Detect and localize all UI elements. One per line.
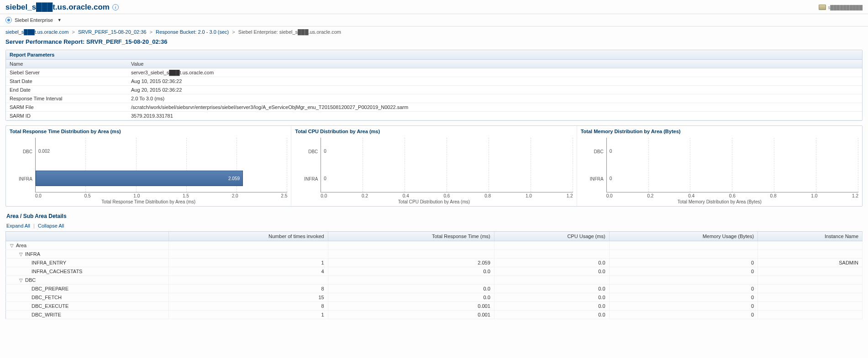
table-row: SARM File /scratch/work/siebel/siebsrvr/…	[6, 103, 862, 112]
chart-xlabel: Total CPU Distribution by Area (ms)	[295, 199, 573, 204]
chart-ylabel: DBC	[581, 149, 604, 154]
cell-instance	[758, 293, 863, 302]
tree-leaf: DBC_EXECUTE	[6, 302, 169, 311]
cell-invoked: 8	[169, 302, 328, 311]
table-row: Start Date Aug 10, 2015 02:36:22	[6, 77, 862, 86]
chart-ylabel: INFRA	[10, 176, 32, 182]
chart-title: Total Response Time Distribution by Area…	[10, 129, 287, 134]
report-title: Server Performance Report: SRVR_PERF_15-…	[0, 37, 868, 48]
params-col-value: Value	[127, 60, 862, 68]
chevron-down-icon[interactable]: ▼	[58, 18, 62, 22]
cell-resp: 0.001	[328, 311, 494, 319]
param-value: 3579.2019.331781	[127, 112, 862, 120]
chart-xtick: 0.2	[647, 193, 653, 198]
cell-resp: 0.001	[328, 302, 494, 311]
chart-xlabel: Total Memory Distribution by Area (Bytes…	[581, 199, 858, 204]
cell	[758, 241, 863, 250]
cell	[758, 250, 863, 259]
enterprise-label[interactable]: Siebel Enterprise	[15, 17, 53, 23]
param-name: Response Time Interval	[6, 94, 127, 103]
table-row: Siebel Server server3_siebel_s███t.us.or…	[6, 68, 862, 77]
cell-resp: 0.0	[328, 267, 494, 276]
chart-xtick: 0.4	[403, 193, 409, 198]
cell	[169, 250, 328, 259]
table-row: Response Time Interval 2.0 To 3.0 (ms)	[6, 94, 862, 103]
cell-cpu: 0.0	[494, 293, 609, 302]
chart-xtick: 0.0	[35, 193, 42, 198]
breadcrumb-item-0[interactable]: siebel_s███t.us.oracle.com	[5, 29, 68, 35]
tree-toggle-icon[interactable]: ▽	[10, 243, 14, 248]
info-icon[interactable]: i	[112, 4, 119, 10]
cell-resp: 0.0	[328, 293, 494, 302]
chart-xtick: 0.2	[362, 193, 368, 198]
chart-xtick: 0.4	[688, 193, 694, 198]
chart-title: Total CPU Distribution by Area (ms)	[295, 129, 573, 134]
chart-bar-label: 0	[324, 176, 326, 181]
chart-xtick: 0.6	[729, 193, 736, 198]
table-row: INFRA_CACHESTATS40.00.00	[6, 267, 863, 276]
param-name: Siebel Server	[6, 68, 127, 77]
page-title: siebel_s███t.us.oracle.com i	[5, 3, 119, 12]
breadcrumb-item-3: Siebel Enterprise: siebel_s███.us.oracle…	[238, 29, 341, 35]
chart-xtick: 1.2	[567, 193, 573, 198]
table-row: DBC_PREPARE80.00.00	[6, 285, 863, 293]
chart-xtick: 1.5	[183, 193, 189, 198]
tree-toggle-icon[interactable]: ▽	[19, 252, 23, 257]
cell-mem: 0	[609, 311, 758, 319]
breadcrumb-item-1[interactable]: SRVR_PERF_15-08-20_02:36	[78, 29, 147, 35]
expand-all-link[interactable]: Expand All	[6, 223, 30, 228]
cell-instance	[758, 267, 863, 276]
cell-resp: 0.0	[328, 285, 494, 293]
chart-bar-label: 0	[324, 149, 326, 154]
table-row: INFRA_ENTRY12.0590.00SADMIN	[6, 259, 863, 267]
server-icon	[819, 5, 826, 10]
chart-xtick: 0.8	[770, 193, 777, 198]
cell	[609, 250, 758, 259]
enterprise-selector-row: Siebel Enterprise ▼	[0, 14, 868, 26]
table-row: End Date Aug 20, 2015 02:36:22	[6, 86, 862, 94]
breadcrumb: siebel_s███t.us.oracle.com > SRVR_PERF_1…	[0, 26, 868, 37]
header-right-status: s██████████	[819, 5, 863, 10]
chart-plot: 00	[606, 138, 858, 192]
chart-xtick: 1.0	[133, 193, 140, 198]
table-row: DBC_FETCH150.00.00	[6, 293, 863, 302]
cell	[169, 241, 328, 250]
cell	[328, 276, 494, 285]
tree-root[interactable]: ▽Area	[6, 241, 169, 250]
param-value: Aug 10, 2015 02:36:22	[127, 77, 862, 86]
area-subarea-panel: Area / Sub Area Details Expand All | Col…	[5, 211, 863, 319]
tree-toggle-icon[interactable]: ▽	[19, 278, 23, 283]
details-col-header	[6, 232, 169, 241]
tree-group[interactable]: ▽DBC	[6, 276, 169, 285]
chart-bar-label: 0.002	[38, 149, 50, 154]
cell-instance	[758, 302, 863, 311]
cell-mem: 0	[609, 285, 758, 293]
details-col-header: CPU Usage (ms)	[494, 232, 609, 241]
param-value: /scratch/work/siebel/siebsrvr/enterprise…	[127, 103, 862, 112]
breadcrumb-item-2[interactable]: Response Bucket: 2.0 - 3.0 (sec)	[156, 29, 229, 35]
chart-cell: Total CPU Distribution by Area (ms)DBCIN…	[291, 126, 577, 206]
radio-selected-icon[interactable]	[5, 17, 12, 23]
tree-leaf: DBC_WRITE	[6, 311, 169, 319]
chart-ylabel: DBC	[295, 149, 318, 154]
tree-group[interactable]: ▽INFRA	[6, 250, 169, 259]
cell-cpu: 0.0	[494, 259, 609, 267]
details-col-header: Total Response Time (ms)	[328, 232, 494, 241]
param-name: SARM ID	[6, 112, 127, 120]
cell	[494, 250, 609, 259]
chart-xtick: 0.5	[84, 193, 91, 198]
cell	[328, 241, 494, 250]
chart-xtick: 2.5	[281, 193, 287, 198]
chart-xtick: 0.8	[484, 193, 491, 198]
cell	[609, 241, 758, 250]
area-subarea-heading: Area / Sub Area Details	[5, 211, 863, 221]
cell-instance	[758, 311, 863, 319]
chart-xtick: 1.2	[852, 193, 858, 198]
cell-mem: 0	[609, 293, 758, 302]
cell-cpu: 0.0	[494, 311, 609, 319]
cell-instance	[758, 285, 863, 293]
table-row: ▽DBC	[6, 276, 863, 285]
details-col-header: Memory Usage (Bytes)	[609, 232, 758, 241]
details-table: Number of times invokedTotal Response Ti…	[5, 231, 863, 319]
collapse-all-link[interactable]: Collapse All	[38, 223, 64, 228]
